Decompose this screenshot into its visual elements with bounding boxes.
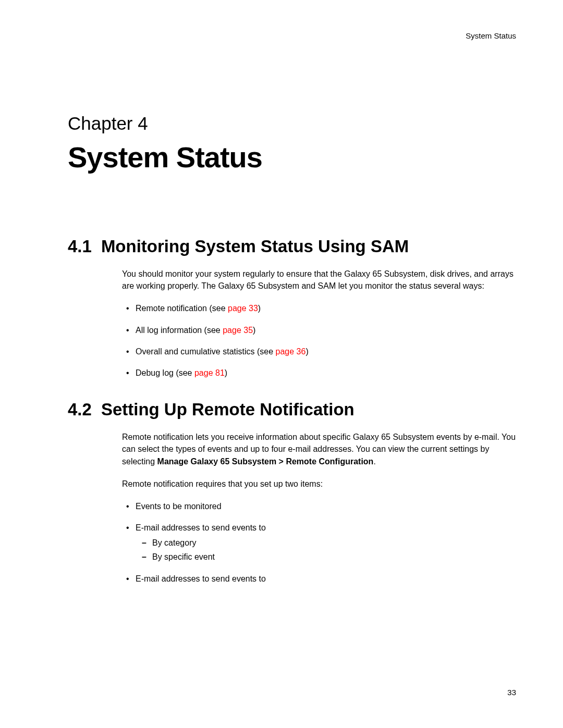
list-suffix: )	[258, 304, 261, 313]
section-number: 4.2	[68, 400, 92, 419]
section-intro: You should monitor your system regularly…	[122, 268, 516, 292]
page-link[interactable]: page 36	[276, 347, 306, 356]
page-link[interactable]: page 81	[194, 368, 225, 377]
list-text: All log information (see	[136, 326, 223, 335]
list-text: Remote notification (see	[136, 304, 228, 313]
list-item: Debug log (see page 81)	[136, 367, 516, 379]
section-title: Monitoring System Status Using SAM	[101, 237, 409, 256]
sub-list: By category By specific event	[136, 537, 516, 563]
list-item: Overall and cumulative statistics (see p…	[136, 346, 516, 357]
intro-after: .	[373, 457, 375, 466]
list-suffix: )	[225, 368, 227, 377]
list-item: Remote notification (see page 33)	[136, 302, 516, 314]
section-4-1: 4.1 Monitoring System Status Using SAM Y…	[68, 237, 516, 379]
list-item: E-mail addresses to send events to	[136, 573, 516, 585]
list-item: E-mail addresses to send events to By ca…	[136, 522, 516, 563]
page-link[interactable]: page 33	[228, 304, 258, 313]
running-header: System Status	[68, 31, 516, 40]
bullet-list: Remote notification (see page 33) All lo…	[122, 302, 516, 379]
intro-bold: Manage Galaxy 65 Subsystem > Remote Conf…	[157, 457, 374, 466]
section-heading: 4.1 Monitoring System Status Using SAM	[68, 237, 516, 256]
list-suffix: )	[253, 326, 255, 335]
sub-list-item: By category	[152, 537, 516, 549]
sub-list-item: By specific event	[152, 551, 516, 563]
list-text: E-mail addresses to send events to	[136, 574, 266, 583]
list-suffix: )	[305, 347, 308, 356]
list-text: E-mail addresses to send events to	[136, 523, 266, 532]
section-heading: 4.2 Setting Up Remote Notification	[68, 400, 516, 419]
list-text: Overall and cumulative statistics (see	[136, 347, 276, 356]
section-intro: Remote notification lets you receive inf…	[122, 431, 516, 467]
list-text: Debug log (see	[136, 368, 194, 377]
chapter-label: Chapter 4	[68, 113, 516, 134]
page-number: 33	[507, 688, 516, 697]
chapter-title: System Status	[68, 140, 516, 174]
list-item: Events to be monitored	[136, 500, 516, 512]
section-4-2: 4.2 Setting Up Remote Notification Remot…	[68, 400, 516, 585]
section-number: 4.1	[68, 237, 92, 256]
list-item: All log information (see page 35)	[136, 324, 516, 336]
list-text: Events to be monitored	[136, 502, 222, 511]
section-para: Remote notification requires that you se…	[122, 478, 516, 490]
bullet-list: Events to be monitored E-mail addresses …	[122, 500, 516, 585]
page-link[interactable]: page 35	[223, 326, 253, 335]
section-title: Setting Up Remote Notification	[101, 400, 354, 419]
